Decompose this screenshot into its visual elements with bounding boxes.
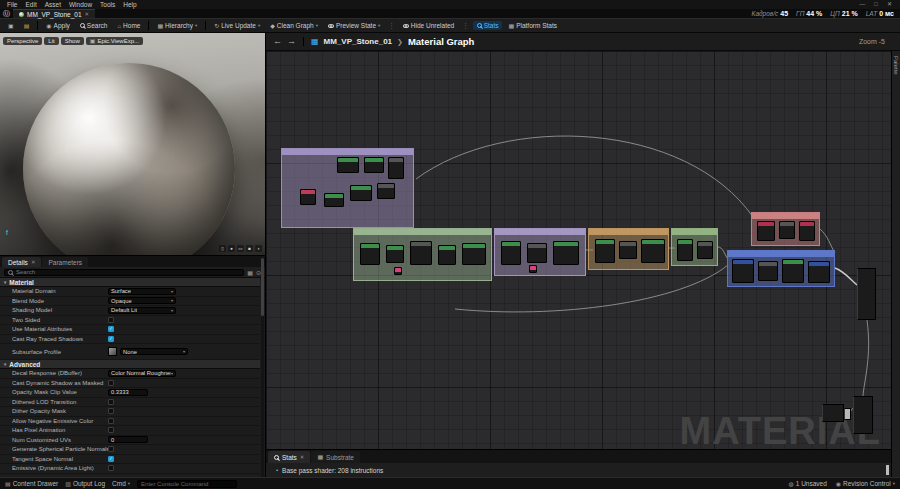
graph-node[interactable] bbox=[782, 259, 804, 283]
property-checkbox[interactable] bbox=[108, 418, 114, 424]
graph-node[interactable] bbox=[619, 241, 637, 259]
graph-node[interactable] bbox=[799, 221, 815, 241]
graph-node[interactable] bbox=[438, 245, 456, 265]
comment-box-1[interactable] bbox=[353, 228, 492, 281]
save-button[interactable]: ▣ bbox=[4, 22, 18, 30]
property-dropdown[interactable]: Surface▾ bbox=[108, 288, 176, 295]
graph-node[interactable] bbox=[527, 243, 547, 263]
close-icon[interactable]: ✕ bbox=[85, 11, 90, 17]
graph-node[interactable] bbox=[410, 241, 432, 265]
revision-control-button[interactable]: ◉ Revision Control ▾ bbox=[836, 480, 895, 487]
details-scrollbar[interactable] bbox=[261, 256, 264, 477]
viewport-show-button[interactable]: Show bbox=[61, 37, 84, 45]
tab-substrate[interactable]: ▦Substrate bbox=[311, 451, 360, 463]
breadcrumb-asset[interactable]: MM_VP_Stone_01 bbox=[324, 37, 392, 46]
menu-asset[interactable]: Asset bbox=[41, 0, 65, 9]
property-checkbox[interactable] bbox=[108, 408, 114, 414]
home-button[interactable]: ⌂Home bbox=[113, 21, 144, 30]
graph-canvas[interactable]: MATERIAL bbox=[266, 51, 891, 449]
graph-node[interactable] bbox=[364, 157, 384, 173]
details-section-material[interactable]: ▾Material bbox=[0, 278, 260, 287]
property-checkbox[interactable] bbox=[108, 399, 114, 405]
property-checkbox[interactable] bbox=[108, 465, 114, 471]
property-dropdown[interactable]: Opaque▾ bbox=[108, 297, 176, 304]
comment-box-title[interactable] bbox=[282, 149, 413, 155]
property-checkbox[interactable] bbox=[108, 380, 114, 386]
close-icon[interactable]: ✕ bbox=[300, 454, 305, 460]
graph-node[interactable] bbox=[808, 261, 830, 283]
details-section-advanced[interactable]: ▾Advanced bbox=[0, 360, 260, 369]
preview-viewport[interactable]: PerspectiveLitShow▣Epic.ViewExp... f ▯●▭… bbox=[0, 33, 265, 255]
property-checkbox[interactable]: ✓ bbox=[108, 326, 114, 332]
maximize-button[interactable]: □ bbox=[874, 0, 878, 9]
graph-node[interactable] bbox=[529, 265, 537, 273]
toolbar-options-dots[interactable]: ⋮ bbox=[460, 22, 471, 30]
viewport-lit-button[interactable]: Lit bbox=[44, 37, 58, 45]
menu-window[interactable]: Window bbox=[65, 0, 96, 9]
preview-shape-teapot-button[interactable]: ◗ bbox=[255, 245, 262, 252]
property-dropdown[interactable]: Default Lit▾ bbox=[108, 307, 176, 314]
graph-node[interactable] bbox=[388, 157, 404, 179]
comment-box-0[interactable] bbox=[281, 148, 414, 228]
preview-shape-cube-button[interactable]: ■ bbox=[246, 245, 253, 252]
preview-shape-cylinder-button[interactable]: ▯ bbox=[219, 245, 226, 252]
property-checkbox[interactable] bbox=[108, 427, 114, 433]
comment-box-2[interactable] bbox=[494, 228, 586, 276]
tab-parameters[interactable]: Parameters bbox=[42, 257, 88, 267]
graph-node[interactable] bbox=[360, 243, 380, 265]
graph-node[interactable] bbox=[462, 243, 486, 265]
clean-graph-button[interactable]: ◆Clean Graph▾ bbox=[266, 21, 322, 30]
menu-edit[interactable]: Edit bbox=[21, 0, 40, 9]
toolbar-options-dots[interactable]: ⋮ bbox=[386, 22, 397, 30]
minimize-button[interactable]: — bbox=[859, 0, 865, 9]
graph-node[interactable] bbox=[697, 241, 713, 259]
property-input[interactable]: 0 bbox=[108, 436, 148, 443]
content-drawer-button[interactable]: ▤ Content Drawer bbox=[5, 480, 58, 487]
console-command-input[interactable]: Enter Console Command bbox=[137, 480, 237, 488]
graph-node[interactable] bbox=[758, 261, 778, 281]
scrollbar-thumb[interactable] bbox=[261, 258, 264, 316]
output-log-button[interactable]: ▥ Output Log bbox=[65, 480, 105, 487]
comment-box-3[interactable] bbox=[588, 228, 669, 270]
graph-node[interactable] bbox=[501, 241, 521, 265]
tab-stats[interactable]: Stats✕ bbox=[268, 451, 310, 463]
stats-button[interactable]: Stats bbox=[473, 21, 503, 30]
apply-button[interactable]: ◉Apply bbox=[42, 21, 74, 30]
comment-box-6[interactable] bbox=[727, 250, 835, 287]
comment-box-title[interactable] bbox=[354, 229, 491, 235]
palette-side-tab[interactable]: Palette bbox=[891, 51, 900, 477]
graph-node[interactable] bbox=[595, 239, 615, 263]
property-checkbox[interactable]: ✓ bbox=[108, 336, 114, 342]
viewport-viewmode-button[interactable]: ▣Epic.ViewExp... bbox=[86, 37, 143, 45]
graph-node[interactable] bbox=[394, 267, 402, 275]
viewport-perspective-button[interactable]: Perspective bbox=[3, 37, 42, 45]
back-icon[interactable]: ← bbox=[273, 37, 282, 46]
property-dropdown[interactable]: Color Normal Roughness▾ bbox=[108, 370, 176, 377]
comment-box-title[interactable] bbox=[728, 251, 834, 257]
graph-node[interactable] bbox=[553, 241, 579, 265]
menu-tools[interactable]: Tools bbox=[96, 0, 119, 9]
cmd-dropdown[interactable]: Cmd ▾ bbox=[112, 480, 130, 487]
menu-help[interactable]: Help bbox=[119, 0, 140, 9]
comment-box-title[interactable] bbox=[495, 229, 585, 235]
graph-node[interactable] bbox=[732, 259, 754, 283]
preview-shape-plane-button[interactable]: ▭ bbox=[237, 245, 244, 252]
graph-node[interactable] bbox=[350, 185, 372, 201]
graph-node[interactable] bbox=[641, 239, 665, 263]
search-input[interactable]: Search bbox=[4, 269, 244, 276]
comment-box-4[interactable] bbox=[671, 228, 718, 266]
graph-node[interactable] bbox=[377, 183, 395, 199]
graph-node[interactable] bbox=[757, 221, 775, 241]
graph-node[interactable] bbox=[337, 157, 359, 173]
preview-state-button[interactable]: Preview State▾ bbox=[324, 21, 384, 30]
graph-node[interactable] bbox=[844, 408, 851, 420]
material-output-node[interactable] bbox=[857, 268, 876, 320]
preview-sphere[interactable] bbox=[23, 63, 235, 255]
search-button[interactable]: Search bbox=[76, 21, 112, 30]
property-input[interactable]: 0.3333 bbox=[108, 389, 148, 396]
graph-node[interactable] bbox=[822, 404, 844, 422]
property-dropdown[interactable]: None▾ bbox=[120, 348, 188, 355]
tab-details[interactable]: Details ✕ bbox=[2, 257, 41, 267]
stats-scrollbar[interactable] bbox=[886, 465, 889, 475]
live-update-button[interactable]: ↻Live Update▾ bbox=[210, 21, 264, 30]
